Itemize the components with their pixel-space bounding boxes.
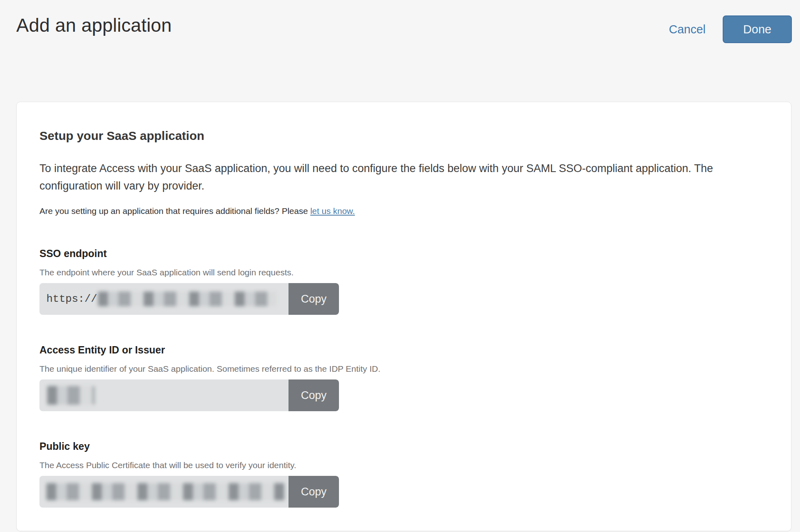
field-entity-id: Access Entity ID or Issuer The unique id… [39, 344, 768, 411]
page-title: Add an application [16, 15, 172, 36]
header-actions: Cancel Done [669, 15, 792, 43]
sso-endpoint-value-prefix: https:// [46, 293, 97, 305]
additional-fields-note: Are you setting up an application that r… [39, 206, 768, 216]
sso-endpoint-copy-button[interactable]: Copy [289, 283, 339, 315]
field-public-key: Public key The Access Public Certificate… [39, 440, 768, 508]
public-key-label: Public key [39, 440, 768, 452]
public-key-description: The Access Public Certificate that will … [39, 460, 768, 470]
done-button[interactable]: Done [723, 15, 792, 43]
card-heading: Setup your SaaS application [39, 129, 768, 143]
sso-endpoint-value: https:// [39, 293, 97, 305]
note-text: Are you setting up an application that r… [39, 206, 310, 216]
entity-id-label: Access Entity ID or Issuer [39, 344, 768, 356]
entity-id-value-box: Copy [39, 379, 339, 411]
cancel-button[interactable]: Cancel [669, 23, 706, 36]
page-header: Add an application Cancel Done [0, 0, 800, 43]
sso-endpoint-label: SSO endpoint [39, 248, 768, 259]
intro-text: To integrate Access with your SaaS appli… [39, 160, 756, 195]
redacted-value [46, 483, 285, 500]
redacted-value [98, 292, 276, 306]
public-key-value-box: Copy [39, 476, 339, 508]
field-sso-endpoint: SSO endpoint The endpoint where your Saa… [39, 248, 768, 315]
let-us-know-link[interactable]: let us know. [310, 206, 355, 216]
public-key-copy-button[interactable]: Copy [289, 476, 339, 508]
entity-id-description: The unique identifier of your SaaS appli… [39, 364, 768, 374]
sso-endpoint-description: The endpoint where your SaaS application… [39, 268, 768, 277]
sso-endpoint-value-box: https:// Copy [39, 283, 339, 315]
saas-setup-card: Setup your SaaS application To integrate… [16, 102, 791, 531]
redacted-value [47, 386, 94, 405]
entity-id-copy-button[interactable]: Copy [289, 379, 339, 411]
